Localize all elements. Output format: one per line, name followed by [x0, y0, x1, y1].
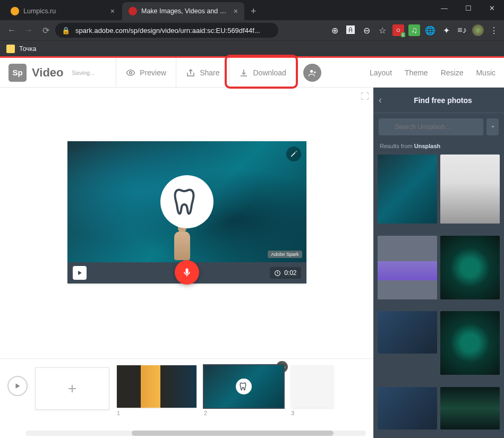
tab-music[interactable]: Music: [476, 68, 496, 77]
install-icon[interactable]: ⊕: [329, 24, 340, 36]
photo-thumbnail[interactable]: [440, 236, 500, 299]
share-button[interactable]: Share: [176, 58, 229, 88]
photo-grid: [373, 154, 504, 438]
photo-thumbnail[interactable]: [440, 387, 500, 430]
duration-text: 0:02: [284, 269, 296, 277]
star-icon[interactable]: ☆: [377, 24, 388, 36]
maximize-button[interactable]: ☐: [456, 0, 480, 16]
add-slide-button[interactable]: +: [35, 367, 109, 410]
folder-icon: [6, 45, 15, 53]
bookmark-item[interactable]: Точка: [19, 45, 37, 53]
canvas-area: ⛶ Adobe Spark: [0, 88, 373, 438]
download-icon: [239, 68, 249, 78]
globe-icon[interactable]: 🌐: [424, 24, 436, 36]
window-controls: — ☐ ✕: [432, 0, 504, 20]
timeline-play-button[interactable]: [7, 376, 28, 396]
brand: Sp Video Saving...: [8, 64, 95, 82]
video-stage: Adobe Spark 0:02: [67, 141, 306, 284]
extensions-icon[interactable]: ✦: [440, 24, 452, 36]
slide-number: 2: [204, 410, 284, 416]
chevron-down-icon: [490, 124, 496, 130]
timeline-slide-2[interactable]: ⋯ 2: [204, 365, 284, 416]
sidebar-search: [373, 113, 504, 141]
timeline-scrollbar[interactable]: [25, 431, 366, 436]
favicon-icon: [129, 7, 137, 15]
reload-button[interactable]: ⟳: [38, 23, 53, 38]
workspace: ⛶ Adobe Spark: [0, 88, 504, 438]
close-icon[interactable]: ×: [234, 7, 238, 15]
share-label: Share: [200, 68, 219, 77]
url-text: spark.adobe.com/sp/design/video/urn:aaid…: [75, 27, 260, 35]
zoom-icon[interactable]: ⊖: [361, 24, 372, 36]
new-tab-button[interactable]: +: [245, 2, 262, 20]
favicon-icon: [11, 7, 19, 15]
browser-tab-1[interactable]: Lumpics.ru ×: [4, 2, 121, 20]
duration-pill[interactable]: 0:02: [270, 267, 301, 279]
photo-thumbnail[interactable]: [440, 154, 500, 224]
sidebar-title: Find free photos: [387, 96, 499, 105]
slide-number: 1: [117, 410, 197, 416]
photo-thumbnail[interactable]: [378, 236, 437, 299]
forward-button[interactable]: →: [21, 23, 36, 38]
search-input[interactable]: [379, 118, 483, 135]
browser-addressbar: ← → ⟳ 🔒 spark.adobe.com/sp/design/video/…: [0, 20, 504, 40]
spark-app: Sp Video Saving... Preview Share Downloa…: [0, 56, 504, 438]
tooth-badge: [160, 175, 213, 228]
playlist-icon[interactable]: ≡♪: [456, 24, 468, 36]
header-actions: Preview Share Download: [116, 58, 321, 88]
timeline-slide-1[interactable]: 1: [117, 365, 197, 416]
preview-button[interactable]: Preview: [116, 58, 176, 88]
timeline-slide-3[interactable]: 3: [291, 365, 334, 416]
preview-label: Preview: [140, 68, 166, 77]
adblock-icon[interactable]: O1: [392, 24, 404, 36]
results-label: Results from Unsplash: [373, 141, 504, 154]
share-icon: [186, 68, 195, 78]
pencil-icon[interactable]: [286, 147, 301, 161]
invite-button[interactable]: [303, 64, 321, 82]
watermark: Adobe Spark: [268, 251, 302, 258]
close-icon[interactable]: ×: [110, 7, 115, 15]
spark-logo-icon: Sp: [8, 64, 27, 82]
results-source: Unsplash: [414, 143, 441, 149]
player-controls: 0:02: [67, 262, 306, 284]
expand-icon[interactable]: ⛶: [361, 92, 369, 101]
photo-thumbnail[interactable]: [378, 387, 437, 430]
music-ext-icon[interactable]: ♫: [408, 24, 420, 36]
photo-sidebar: ‹ Find free photos Results from Unsplash: [373, 88, 504, 438]
bookmarks-bar: Точка: [0, 40, 504, 56]
download-label: Download: [253, 68, 286, 77]
stage-wrap: ⛶ Adobe Spark: [0, 88, 373, 358]
app-header: Sp Video Saving... Preview Share Downloa…: [0, 58, 504, 88]
svg-point-0: [130, 71, 132, 74]
back-button[interactable]: ←: [4, 23, 19, 38]
download-button[interactable]: Download: [229, 58, 295, 88]
browser-tab-2[interactable]: Make Images, Videos and Web S ×: [122, 2, 244, 20]
search-dropdown[interactable]: [486, 118, 499, 135]
tab-resize[interactable]: Resize: [441, 68, 464, 77]
minimize-button[interactable]: —: [432, 0, 456, 16]
record-button[interactable]: [175, 260, 199, 285]
photo-thumbnail[interactable]: [378, 311, 437, 354]
avatar-icon[interactable]: [472, 24, 484, 36]
eye-icon: [126, 68, 135, 78]
tab-theme[interactable]: Theme: [405, 68, 428, 77]
translate-icon[interactable]: 🅰: [345, 24, 356, 36]
save-status: Saving...: [72, 70, 95, 76]
photo-thumbnail[interactable]: [440, 311, 500, 375]
brand-title: Video: [32, 66, 64, 80]
url-field[interactable]: 🔒 spark.adobe.com/sp/design/video/urn:aa…: [55, 23, 278, 38]
close-window-button[interactable]: ✕: [480, 0, 504, 16]
tooth-icon: [171, 186, 203, 218]
timeline: + 1 ⋯ 2 3: [0, 358, 373, 438]
scrollbar-thumb[interactable]: [132, 431, 334, 436]
play-button[interactable]: [73, 266, 87, 280]
menu-icon[interactable]: ⋮: [488, 24, 500, 36]
sidebar-header: ‹ Find free photos: [373, 88, 504, 113]
svg-point-1: [310, 70, 313, 72]
tab-layout[interactable]: Layout: [370, 68, 392, 77]
svg-rect-2: [185, 269, 188, 274]
slide-thumbnail: [117, 365, 197, 408]
slide-image[interactable]: Adobe Spark: [67, 141, 306, 262]
photo-thumbnail[interactable]: [378, 154, 437, 224]
back-icon[interactable]: ‹: [379, 95, 382, 106]
